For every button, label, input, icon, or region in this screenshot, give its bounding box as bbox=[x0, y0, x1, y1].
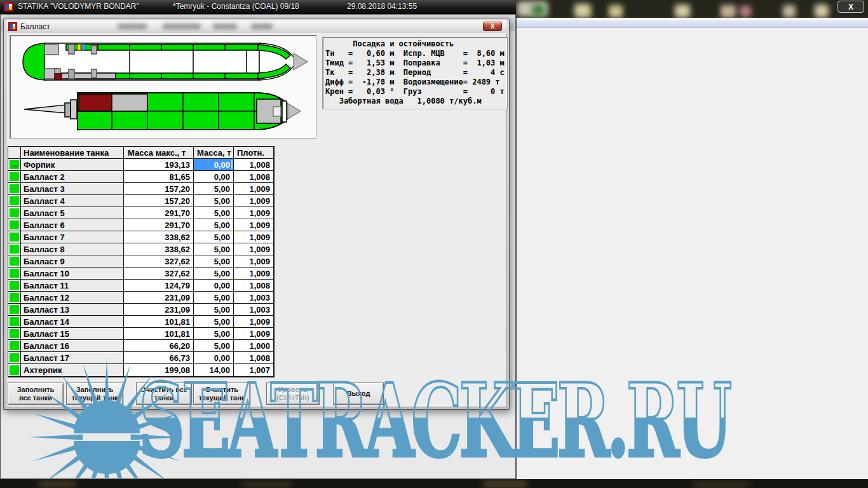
tank-name-cell[interactable]: Балласт 4 bbox=[21, 195, 124, 207]
tank-max-mass-cell[interactable]: 291,70 bbox=[124, 207, 194, 219]
fill-all-tanks-button[interactable]: Заполнить все танки bbox=[8, 383, 64, 405]
tank-density-cell[interactable]: 1,009 bbox=[234, 255, 273, 268]
tank-mass-cell[interactable]: 0,00 bbox=[194, 159, 234, 171]
tank-name-cell[interactable]: Балласт 16 bbox=[21, 340, 124, 352]
tank-name-cell[interactable]: Балласт 9 bbox=[21, 255, 124, 268]
tank-density-cell[interactable]: 1,008 bbox=[234, 159, 273, 171]
tank-max-mass-cell[interactable]: 338,62 bbox=[124, 231, 194, 243]
table-row[interactable]: Балласт 9327,625,001,009 bbox=[8, 255, 273, 268]
tank-mass-cell[interactable]: 5,00 bbox=[194, 195, 234, 207]
tank-mass-cell[interactable]: 0,00 bbox=[194, 280, 234, 292]
tank-name-cell[interactable]: Ахтерпик bbox=[21, 364, 124, 376]
tank-mass-cell[interactable]: 5,00 bbox=[194, 268, 234, 280]
table-row[interactable]: Балласт 4157,205,001,009 bbox=[8, 195, 273, 207]
tank-max-mass-cell[interactable]: 291,70 bbox=[124, 219, 194, 231]
tank-density-cell[interactable]: 1,009 bbox=[234, 183, 273, 195]
tank-mass-cell[interactable]: 5,00 bbox=[194, 304, 234, 316]
tank-density-cell[interactable]: 1,009 bbox=[234, 219, 273, 231]
table-row[interactable]: Балласт 6291,705,001,009 bbox=[8, 219, 273, 231]
tank-name-cell[interactable]: Балласт 5 bbox=[21, 207, 124, 219]
tank-name-cell[interactable]: Балласт 2 bbox=[21, 171, 124, 183]
app-titlebar[interactable]: STATIKA "VOLODYMYR BONDAR" *Temryuk - Co… bbox=[0, 0, 516, 14]
tank-max-mass-cell[interactable]: 327,62 bbox=[124, 255, 194, 268]
table-row[interactable]: Балласт 10327,625,001,009 bbox=[8, 268, 273, 280]
table-row[interactable]: Балласт 7338,625,001,009 bbox=[8, 231, 273, 243]
exit-button[interactable]: Выход bbox=[333, 383, 384, 405]
tank-name-cell[interactable]: Балласт 10 bbox=[21, 268, 124, 280]
clear-all-tanks-button[interactable]: Очистить все танки bbox=[136, 383, 192, 405]
tank-density-cell[interactable]: 1,009 bbox=[234, 207, 273, 219]
tank-max-mass-cell[interactable]: 231,09 bbox=[124, 292, 194, 304]
tank-name-cell[interactable]: Балласт 13 bbox=[21, 304, 124, 316]
tank-name-cell[interactable]: Балласт 12 bbox=[21, 292, 124, 304]
table-row[interactable]: Балласт 11124,790,001,008 bbox=[8, 280, 273, 292]
tank-max-mass-cell[interactable]: 81,65 bbox=[124, 171, 194, 183]
tank-max-mass-cell[interactable]: 193,13 bbox=[124, 159, 194, 171]
tank-density-cell[interactable]: 1,008 bbox=[234, 280, 273, 292]
tank-mass-cell[interactable]: 0,00 bbox=[194, 352, 234, 364]
tank-mass-cell[interactable]: 0,00 bbox=[194, 171, 234, 183]
button-label: все танки bbox=[19, 394, 52, 402]
table-row[interactable]: Балласт 8338,625,001,009 bbox=[8, 243, 273, 255]
tank-max-mass-cell[interactable]: 101,81 bbox=[124, 328, 194, 340]
tank-name-cell[interactable]: Балласт 8 bbox=[21, 243, 124, 255]
tank-density-cell[interactable]: 1,003 bbox=[234, 304, 273, 316]
clear-current-tank-button[interactable]: Очистить текущий танк bbox=[193, 383, 250, 405]
tank-density-cell[interactable]: 1,003 bbox=[234, 292, 273, 304]
fill-current-tank-button[interactable]: Заполнить текущий танк bbox=[66, 383, 123, 405]
table-row[interactable]: Балласт 13231,095,001,003 bbox=[8, 304, 273, 316]
tank-mass-cell[interactable]: 5,00 bbox=[194, 292, 234, 304]
tank-mass-cell[interactable]: 5,00 bbox=[194, 316, 234, 328]
tank-mass-cell[interactable]: 14,00 bbox=[194, 364, 234, 376]
tank-density-cell[interactable]: 1,007 bbox=[234, 364, 273, 376]
table-row[interactable]: Балласт 14101,815,001,009 bbox=[8, 316, 273, 328]
tank-name-cell[interactable]: Балласт 17 bbox=[21, 352, 124, 364]
tank-mass-cell[interactable]: 5,00 bbox=[194, 243, 234, 255]
tank-mass-cell[interactable]: 5,00 bbox=[194, 231, 234, 243]
tank-name-cell[interactable]: Балласт 6 bbox=[21, 219, 124, 231]
tank-max-mass-cell[interactable]: 338,62 bbox=[124, 243, 194, 255]
dialog-titlebar[interactable]: Балласт X bbox=[6, 20, 507, 33]
dialog-close-button[interactable]: X bbox=[483, 22, 502, 31]
table-row[interactable]: Балласт 3157,205,001,009 bbox=[8, 183, 273, 195]
tank-mass-cell[interactable]: 5,00 bbox=[194, 183, 234, 195]
tank-density-cell[interactable]: 1,009 bbox=[234, 328, 273, 340]
tank-max-mass-cell[interactable]: 101,81 bbox=[124, 316, 194, 328]
tank-name-cell[interactable]: Балласт 15 bbox=[21, 328, 124, 340]
tank-max-mass-cell[interactable]: 124,79 bbox=[124, 280, 194, 292]
tank-density-cell[interactable]: 1,008 bbox=[234, 171, 273, 183]
tank-density-cell[interactable]: 1,009 bbox=[234, 316, 273, 328]
table-row[interactable]: Балласт 1766,730,001,008 bbox=[8, 352, 273, 364]
tank-density-cell[interactable]: 1,000 bbox=[234, 340, 273, 352]
tank-max-mass-cell[interactable]: 327,62 bbox=[124, 268, 194, 280]
tank-max-mass-cell[interactable]: 231,09 bbox=[124, 304, 194, 316]
tank-max-mass-cell[interactable]: 157,20 bbox=[124, 183, 194, 195]
tank-name-cell[interactable]: Балласт 11 bbox=[21, 280, 124, 292]
tank-name-cell[interactable]: Балласт 7 bbox=[21, 231, 124, 243]
tank-density-cell[interactable]: 1,009 bbox=[234, 243, 273, 255]
tank-max-mass-cell[interactable]: 157,20 bbox=[124, 195, 194, 207]
tank-max-mass-cell[interactable]: 66,73 bbox=[124, 352, 194, 364]
tank-mass-cell[interactable]: 5,00 bbox=[194, 255, 234, 268]
tank-mass-cell[interactable]: 5,00 bbox=[194, 328, 234, 340]
tank-mass-cell[interactable]: 5,00 bbox=[194, 219, 234, 231]
tank-max-mass-cell[interactable]: 199,08 bbox=[124, 364, 194, 376]
tank-name-cell[interactable]: Балласт 3 bbox=[21, 183, 124, 195]
table-row[interactable]: Балласт 281,650,001,008 bbox=[8, 171, 273, 183]
tank-name-cell[interactable]: Балласт 14 bbox=[21, 316, 124, 328]
table-row[interactable]: Балласт 1666,205,001,000 bbox=[8, 340, 273, 352]
tank-density-cell[interactable]: 1,009 bbox=[234, 195, 273, 207]
tank-density-cell[interactable]: 1,009 bbox=[234, 268, 273, 280]
tank-mass-cell[interactable]: 5,00 bbox=[194, 340, 234, 352]
tank-max-mass-cell[interactable]: 66,20 bbox=[124, 340, 194, 352]
tank-mass-cell[interactable]: 5,00 bbox=[194, 207, 234, 219]
table-row[interactable]: Балласт 15101,815,001,009 bbox=[8, 328, 273, 340]
screen-close-button[interactable]: X bbox=[837, 1, 864, 13]
tank-density-cell[interactable]: 1,008 bbox=[234, 352, 273, 364]
tank-name-cell[interactable]: Форпик bbox=[21, 159, 124, 171]
table-row[interactable]: Ахтерпик199,0814,001,007 bbox=[8, 364, 273, 376]
table-row[interactable]: →Форпик193,130,001,008 bbox=[8, 159, 273, 171]
tank-density-cell[interactable]: 1,009 bbox=[234, 231, 273, 243]
table-row[interactable]: Балласт 12231,095,001,003 bbox=[8, 292, 273, 304]
table-row[interactable]: Балласт 5291,705,001,009 bbox=[8, 207, 273, 219]
